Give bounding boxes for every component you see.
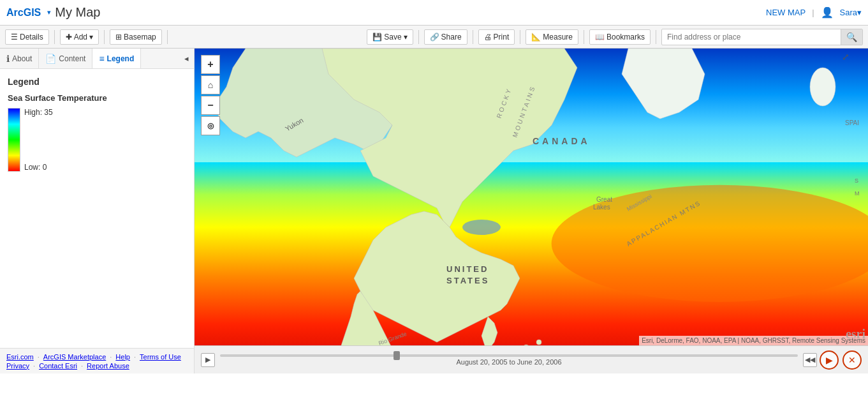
map-attribution: Esri, DeLorme, FAO, NOAA, EPA | NOAA, GH…	[639, 336, 868, 345]
timeline-thumb[interactable]	[394, 351, 400, 360]
timeline-date-label: August 20, 2005 to June 20, 2006	[456, 358, 561, 366]
map-title: My Map	[55, 5, 762, 20]
sidebar-collapse-button[interactable]: ◂	[179, 50, 194, 67]
map-visualization: Yukon ROCKY MOUNTAINS CANADA UNITED STAT…	[195, 49, 868, 373]
content-icon: 📄	[45, 54, 56, 64]
svg-text:⤢: ⤢	[842, 52, 850, 62]
toolbar-separator-3	[167, 30, 168, 44]
esri-logo: esri	[846, 327, 865, 342]
print-button[interactable]: 🖨 Print	[478, 29, 515, 45]
search-container: 🔍	[661, 29, 863, 45]
details-button[interactable]: ☰ Details	[5, 29, 49, 45]
toolbar-separator-7	[584, 30, 584, 44]
map-controls: + ⌂ − ◎	[201, 55, 220, 135]
sidebar-content: Legend Sea Surface Temperature High: 35 …	[0, 69, 194, 348]
sidebar: ℹ About 📄 Content ≡ Legend ◂ Legend Sea …	[0, 49, 195, 373]
legend-title: Legend	[8, 77, 186, 87]
share-icon: 🔗	[430, 33, 439, 41]
timeline-prev-button[interactable]: ◀◀	[803, 353, 817, 367]
sidebar-tab-about[interactable]: ℹ About	[0, 49, 39, 68]
share-button[interactable]: 🔗 Share	[424, 29, 467, 45]
timeline: ▶ August 20, 2005 to June 20, 2006 ◀◀ ▶ …	[195, 345, 868, 373]
sidebar-tabs: ℹ About 📄 Content ≡ Legend ◂	[0, 49, 194, 69]
svg-text:M: M	[855, 190, 860, 197]
timeline-slider-container: August 20, 2005 to June 20, 2006	[220, 354, 798, 366]
details-icon: ☰	[11, 33, 18, 41]
toolbar-separator-8	[656, 30, 656, 44]
user-icon: 👤	[821, 6, 834, 19]
svg-text:SPAI: SPAI	[845, 119, 859, 126]
new-map-button[interactable]: NEW MAP	[766, 8, 805, 17]
logo-dropdown-icon[interactable]: ▾	[47, 8, 51, 17]
top-bar: ArcGIS ▾ My Map NEW MAP | 👤 Sara▾	[0, 0, 868, 26]
svg-text:Great: Great	[596, 196, 612, 203]
timeline-play-button[interactable]: ▶	[201, 353, 215, 367]
svg-point-8	[810, 68, 835, 106]
toolbar-separator-4	[418, 30, 419, 44]
footer-link-marketplace[interactable]: ArcGIS Marketplace	[43, 353, 106, 361]
add-icon: ✚	[66, 33, 72, 41]
measure-icon: 📐	[531, 33, 541, 41]
color-ramp-container: High: 35 Low: 0	[8, 108, 186, 172]
footer-link-abuse[interactable]: Report Abuse	[87, 362, 129, 370]
footer-links: Esri.com · ArcGIS Marketplace · Help · T…	[6, 353, 188, 361]
toolbar-separator-2	[104, 30, 105, 44]
search-button[interactable]: 🔍	[841, 29, 862, 45]
save-dropdown-icon: ▾	[404, 33, 408, 41]
main-layout: ℹ About 📄 Content ≡ Legend ◂ Legend Sea …	[0, 49, 868, 373]
timeline-play-circle-button[interactable]: ▶	[820, 350, 839, 370]
svg-point-3	[462, 220, 501, 235]
footer-link-contact[interactable]: Contact Esri	[39, 362, 77, 370]
sidebar-tab-legend[interactable]: ≡ Legend	[92, 49, 141, 68]
footer-links-2: Privacy · Contact Esri · Report Abuse	[6, 362, 188, 370]
svg-text:UNITED: UNITED	[446, 264, 489, 274]
svg-point-5	[536, 340, 541, 345]
basemap-icon: ⊞	[115, 33, 122, 41]
zoom-in-button[interactable]: +	[201, 55, 220, 74]
svg-text:Lakes: Lakes	[593, 204, 610, 211]
toolbar-separator-1	[54, 30, 55, 44]
toolbar-separator-5	[473, 30, 473, 44]
svg-text:S: S	[855, 177, 858, 184]
measure-button[interactable]: 📐 Measure	[526, 29, 578, 45]
ramp-labels: High: 35 Low: 0	[24, 108, 53, 172]
basemap-button[interactable]: ⊞ Basemap	[110, 29, 162, 45]
color-ramp	[8, 108, 20, 172]
timeline-right-controls: ◀◀ ▶ ✕	[803, 350, 862, 370]
save-button[interactable]: 💾 Save ▾	[367, 29, 413, 45]
footer: Esri.com · ArcGIS Marketplace · Help · T…	[0, 348, 194, 373]
arcgis-logo[interactable]: ArcGIS	[6, 7, 41, 19]
layer-name: Sea Surface Temperature	[8, 93, 186, 103]
timeline-track[interactable]	[220, 354, 798, 357]
save-icon: 💾	[372, 33, 382, 41]
add-dropdown-icon: ▾	[89, 33, 93, 41]
map-container[interactable]: Yukon ROCKY MOUNTAINS CANADA UNITED STAT…	[195, 49, 868, 373]
legend-icon: ≡	[99, 54, 104, 64]
footer-link-terms[interactable]: Terms of Use	[140, 353, 181, 361]
svg-text:STATES: STATES	[446, 276, 489, 285]
footer-link-help[interactable]: Help	[115, 353, 130, 361]
search-input[interactable]	[662, 30, 841, 44]
zoom-out-button[interactable]: −	[201, 96, 220, 115]
add-button[interactable]: ✚ Add ▾	[60, 29, 99, 45]
footer-link-privacy[interactable]: Privacy	[6, 362, 29, 370]
topbar-right: NEW MAP | 👤 Sara▾	[766, 6, 862, 19]
user-menu-button[interactable]: Sara▾	[840, 8, 862, 17]
ramp-high-label: High: 35	[24, 108, 53, 117]
ramp-low-label: Low: 0	[24, 163, 53, 172]
bookmarks-button[interactable]: 📖 Bookmarks	[589, 29, 651, 45]
timeline-close-circle-button[interactable]: ✕	[842, 350, 862, 370]
sidebar-tab-content[interactable]: 📄 Content	[39, 49, 92, 68]
toolbar: ☰ Details ✚ Add ▾ ⊞ Basemap 💾 Save ▾ 🔗 S…	[0, 26, 868, 49]
toolbar-separator-6	[520, 30, 520, 44]
footer-link-esri[interactable]: Esri.com	[6, 353, 34, 361]
about-icon: ℹ	[6, 54, 10, 64]
print-icon: 🖨	[484, 33, 492, 41]
svg-text:CANADA: CANADA	[533, 136, 591, 146]
home-button[interactable]: ⌂	[201, 75, 220, 94]
locate-button[interactable]: ◎	[201, 116, 220, 135]
bookmarks-icon: 📖	[595, 33, 605, 41]
